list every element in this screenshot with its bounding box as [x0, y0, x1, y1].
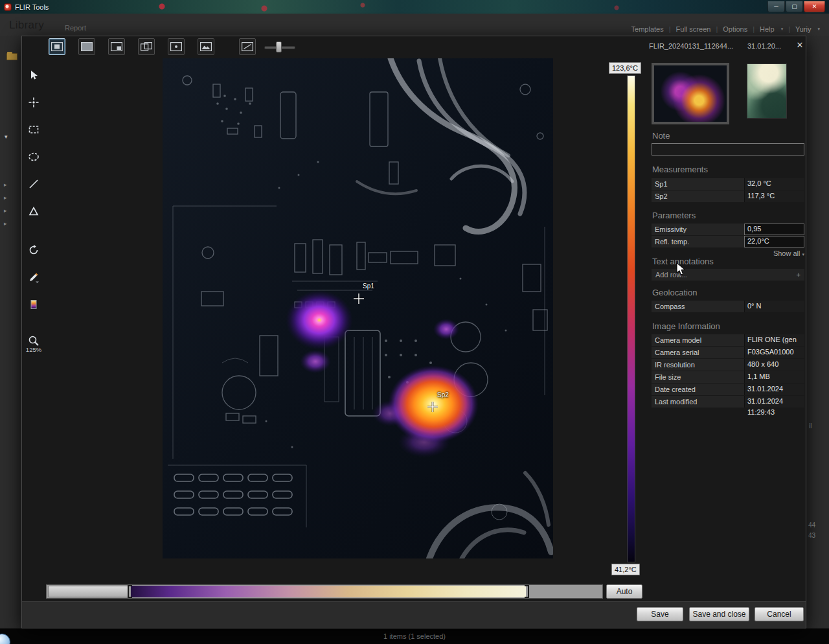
measurement-row: Sp2 117,3 °C	[652, 190, 804, 202]
fusion-balance-button[interactable]	[239, 38, 256, 55]
row-label: Refl. temp.	[652, 236, 744, 247]
rectangle-tool-button[interactable]	[26, 122, 41, 137]
row-value: 117,3 °C	[744, 190, 804, 202]
menu-templates[interactable]: Templates	[631, 25, 664, 33]
row-value: 31.01.2024 11:29:43	[744, 396, 804, 408]
minimize-icon: ─	[774, 3, 778, 10]
add-annotation-row[interactable]: Add row... +	[652, 269, 804, 281]
chevron-down-icon: ▾	[802, 252, 804, 257]
row-value: F03G5A01000	[744, 347, 804, 358]
save-and-close-button[interactable]: Save and close	[689, 607, 749, 621]
row-value: 1,1 MB	[744, 371, 804, 383]
clipped-text-fragment: il	[809, 422, 812, 430]
flir-logo-icon	[4, 3, 12, 11]
ellipse-roi-icon	[28, 151, 40, 163]
clipped-text-fragment: 43	[808, 532, 815, 539]
spot-meter-tool-button[interactable]	[26, 95, 41, 110]
fusion-slider-thumb[interactable]	[276, 41, 282, 52]
info-row: Last modified 31.01.2024 11:29:43	[652, 396, 804, 408]
thermal-msx-image	[163, 58, 553, 558]
view-mode-pip-button[interactable]	[108, 38, 125, 55]
palette-pen-icon	[28, 271, 40, 283]
row-value: 31.01.2024 11:26:44	[744, 384, 804, 395]
blend-mode-icon	[141, 42, 152, 51]
row-value: 480 x 640	[744, 359, 804, 371]
digital-photo-icon	[200, 42, 212, 51]
scale-min-value[interactable]: 41,2°C	[611, 564, 640, 575]
clipped-text-fragment: 44	[808, 522, 815, 529]
thumbnail-thermal[interactable]	[652, 63, 729, 124]
parameters-section-title: Parameters	[652, 211, 696, 220]
view-mode-msx-button[interactable]	[49, 38, 65, 55]
select-tool-button[interactable]	[26, 67, 41, 83]
span-gradient-range[interactable]	[131, 586, 526, 597]
span-left-handle[interactable]	[128, 585, 132, 598]
tab-report[interactable]: Report	[65, 24, 86, 32]
note-input[interactable]	[652, 143, 804, 155]
measurement-row: Sp1 32,0 °C	[652, 178, 804, 190]
close-window-button[interactable]: ✕	[804, 1, 825, 12]
thumbnail-photo[interactable]	[747, 63, 787, 119]
menu-separator: |	[788, 25, 790, 33]
maximize-button[interactable]: ▢	[786, 1, 803, 12]
span-scroll-thumb[interactable]	[48, 586, 128, 597]
thermal-thumbnail-image	[654, 65, 727, 122]
menu-help[interactable]: Help	[760, 25, 775, 33]
save-button[interactable]: Save	[637, 607, 683, 621]
info-row: Date created 31.01.2024 11:26:44	[652, 384, 804, 395]
spot-frame-icon	[170, 42, 182, 51]
row-label: Sp1	[652, 178, 744, 190]
plus-icon[interactable]: +	[797, 269, 801, 281]
emissivity-input[interactable]: 0,95	[744, 224, 804, 235]
view-mode-photo-button[interactable]	[198, 38, 214, 55]
spot-marker-sp2[interactable]: Sp2	[437, 391, 449, 398]
palette-tool-button[interactable]	[26, 270, 41, 285]
image-editor-dialog: FLIR_20240131_112644... 31.01.20... ✕	[21, 36, 806, 628]
reflected-temp-input[interactable]: 22,0°C	[744, 236, 804, 247]
view-mode-spot-button[interactable]	[168, 38, 185, 55]
minimize-button[interactable]: ─	[767, 1, 785, 12]
ellipse-tool-button[interactable]	[26, 149, 41, 165]
rotate-tool-button[interactable]	[26, 242, 41, 258]
info-row: File size 1,1 MB	[652, 371, 804, 383]
parameter-row: Refl. temp. 22,0°C	[652, 236, 804, 247]
auto-scale-button[interactable]: Auto	[606, 584, 642, 599]
add-row-label: Add row...	[655, 269, 687, 281]
chevron-right-icon: ▸	[4, 194, 7, 201]
row-label: Camera model	[652, 334, 744, 346]
menu-full-screen[interactable]: Full screen	[676, 25, 711, 33]
temperature-scale-bar	[627, 75, 635, 562]
row-label: Camera serial	[652, 347, 744, 358]
cancel-button[interactable]: Cancel	[755, 607, 804, 621]
row-value: 0° N	[744, 301, 804, 312]
color-scale-tool-button[interactable]	[26, 297, 41, 312]
spot-marker-sp1[interactable]: Sp1	[363, 282, 374, 290]
span-right-handle[interactable]	[525, 585, 529, 598]
view-mode-thermal-button[interactable]	[78, 38, 95, 55]
app-root: FLIR Tools ─ ▢ ✕ Library Report Template…	[0, 0, 829, 644]
line-tool-button[interactable]	[26, 176, 41, 192]
row-label: Compass	[652, 301, 744, 312]
status-bar: 1 items (1 selected)	[0, 628, 829, 644]
row-label: File size	[652, 371, 744, 383]
close-icon: ✕	[812, 3, 817, 10]
tab-library[interactable]: Library	[9, 19, 44, 32]
menu-options[interactable]: Options	[723, 25, 747, 33]
row-label: Last modified	[652, 396, 744, 408]
dialog-close-button[interactable]: ✕	[794, 40, 806, 51]
menu-user[interactable]: Yuriy	[795, 25, 811, 33]
info-row: IR resolution 480 x 640	[652, 359, 804, 371]
dialog-file-date: 31.01.20...	[747, 42, 781, 50]
measurements-section-title: Measurements	[652, 165, 708, 174]
chevron-down-icon: ▾	[781, 27, 784, 32]
cursor-arrow-icon	[28, 69, 40, 81]
chevron-right-icon: ▸	[4, 207, 7, 214]
scale-max-value[interactable]: 123,6°C	[609, 62, 641, 74]
delta-tool-button[interactable]	[26, 203, 41, 219]
folder-icon	[6, 53, 17, 60]
chevron-down-icon: ▾	[5, 133, 8, 140]
thermal-image-canvas[interactable]: Sp1 Sp2	[163, 58, 553, 558]
level-span-slider[interactable]	[46, 584, 603, 599]
view-mode-blend-button[interactable]	[138, 38, 155, 55]
note-section-title: Note	[652, 131, 670, 141]
